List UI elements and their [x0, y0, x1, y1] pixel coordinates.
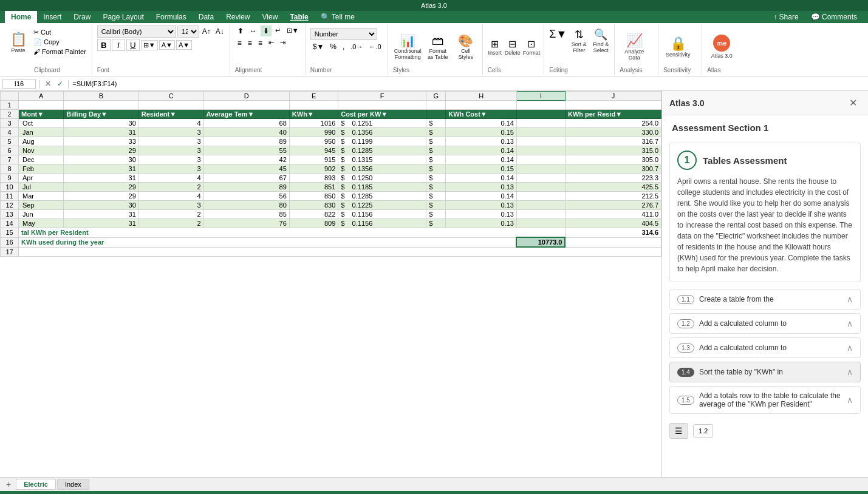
cell-c[interactable]: 3	[138, 128, 203, 137]
cell-c1[interactable]	[138, 101, 203, 110]
task-item[interactable]: 1.1 Create a table from the ∧	[669, 289, 861, 310]
cell-d[interactable]: 68	[203, 119, 289, 128]
cell-g[interactable]: $	[426, 192, 446, 201]
cell-d[interactable]: 85	[203, 210, 289, 219]
cell-g[interactable]: $	[426, 155, 446, 164]
sheet-tab-electric[interactable]: Electric	[16, 479, 56, 490]
sheet-tab-index[interactable]: Index	[57, 479, 89, 490]
cell-e[interactable]: 822	[289, 210, 338, 219]
cell-i[interactable]	[516, 119, 565, 128]
fill-color-button[interactable]: A▼	[159, 40, 175, 50]
cell-b[interactable]: 31	[64, 164, 139, 174]
cell-a[interactable]: Feb	[19, 164, 64, 174]
panel-close-button[interactable]: ✕	[846, 96, 861, 110]
row-header[interactable]: 14	[1, 219, 19, 228]
cell-a16[interactable]: KWh used during the year	[19, 237, 517, 247]
col-header-j[interactable]: J	[565, 92, 661, 101]
cell-a[interactable]: Apr	[19, 174, 64, 183]
formula-confirm-button[interactable]: ✓	[55, 80, 65, 88]
cell-e[interactable]: 902	[289, 164, 338, 174]
cell-a1[interactable]	[19, 101, 64, 110]
increase-decimal-button[interactable]: ←.0	[367, 42, 384, 52]
cell-f[interactable]: $ 0.1250	[338, 174, 426, 183]
cell-i[interactable]	[516, 164, 565, 174]
row-header[interactable]: 5	[1, 137, 19, 146]
delete-button[interactable]: ⊟ Delete	[505, 38, 521, 56]
cell-h[interactable]: 0.15	[446, 164, 517, 174]
cell-c[interactable]: 2	[138, 210, 203, 219]
align-bottom-button[interactable]: ⬇	[261, 25, 272, 36]
border-button[interactable]: ⊞▼	[141, 40, 158, 50]
cell-g[interactable]: $	[426, 219, 446, 228]
cell-e1[interactable]	[289, 101, 338, 110]
cell-d[interactable]: 55	[203, 146, 289, 155]
cell-f[interactable]: $ 0.1251	[338, 119, 426, 128]
cell-h[interactable]: 0.15	[446, 128, 517, 137]
cell-b1[interactable]	[64, 101, 139, 110]
row-header[interactable]: 13	[1, 210, 19, 219]
tab-home[interactable]: Home	[5, 11, 37, 23]
cell-h[interactable]: 0.13	[446, 219, 517, 228]
cell-b[interactable]: 30	[64, 155, 139, 164]
cell-c[interactable]: 4	[138, 174, 203, 183]
cell-j[interactable]: 212.5	[565, 192, 661, 201]
col-header-b[interactable]: B	[64, 92, 139, 101]
align-top-button[interactable]: ⬆	[235, 25, 246, 36]
merge-button[interactable]: ⊡▼	[284, 25, 301, 36]
cell-e[interactable]: 850	[289, 192, 338, 201]
cell-i[interactable]	[516, 192, 565, 201]
cell-f[interactable]: $ 0.1185	[338, 183, 426, 192]
task-item-active[interactable]: 1.4 Sort the table by "KWh" in ∧	[669, 362, 861, 382]
cell-j16[interactable]	[565, 237, 661, 247]
task-item[interactable]: 1.2 Add a calculated column to ∧	[669, 313, 861, 334]
comments-button[interactable]: 💬 Comments	[805, 11, 863, 23]
cell-f[interactable]: $ 0.1285	[338, 146, 426, 155]
cell-f2[interactable]: Cost per KW▼	[338, 110, 426, 119]
cell-i[interactable]	[516, 210, 565, 219]
cell-d[interactable]: 40	[203, 128, 289, 137]
col-header-h[interactable]: H	[446, 92, 517, 101]
cell-a[interactable]: Nov	[19, 146, 64, 155]
cell-b[interactable]: 33	[64, 137, 139, 146]
cell-f[interactable]: $ 0.1356	[338, 128, 426, 137]
cell-e[interactable]: 915	[289, 155, 338, 164]
cell-d[interactable]: 67	[203, 174, 289, 183]
cell-j1[interactable]	[565, 101, 661, 110]
cut-button[interactable]: ✂ Cut	[32, 28, 88, 37]
cell-a[interactable]: Aug	[19, 137, 64, 146]
cell-d[interactable]: 89	[203, 137, 289, 146]
cell-j[interactable]: 300.7	[565, 164, 661, 174]
col-header-f[interactable]: F	[338, 92, 426, 101]
col-header-a[interactable]: A	[19, 92, 64, 101]
align-left-button[interactable]: ≡	[235, 38, 244, 49]
cell-d2[interactable]: Average Tem▼	[203, 110, 289, 119]
cell-h2[interactable]: KWh Cost▼	[446, 110, 517, 119]
cell-i[interactable]	[516, 183, 565, 192]
list-view-button[interactable]: ☰	[669, 423, 688, 439]
task-item[interactable]: 1.3 Add a calculated column to ∧	[669, 337, 861, 358]
cell-c[interactable]: 2	[138, 183, 203, 192]
cell-b[interactable]: 30	[64, 119, 139, 128]
tab-formulas[interactable]: Formulas	[150, 11, 193, 23]
format-button[interactable]: ⊡ Format	[523, 38, 541, 56]
cell-e[interactable]: 893	[289, 174, 338, 183]
cell-e[interactable]: 830	[289, 201, 338, 210]
italic-button[interactable]: I	[112, 39, 125, 51]
row-header[interactable]: 3	[1, 119, 19, 128]
percent-button[interactable]: %	[327, 41, 339, 52]
cell-h[interactable]: 0.13	[446, 137, 517, 146]
cell-i[interactable]	[516, 174, 565, 183]
cell-b2[interactable]: Billing Day▼	[64, 110, 139, 119]
col-header-g[interactable]: G	[426, 92, 446, 101]
cell-i[interactable]	[516, 201, 565, 210]
cell-reference-input[interactable]: I16	[2, 79, 36, 89]
row-header[interactable]: 7	[1, 155, 19, 164]
cell-b[interactable]: 30	[64, 201, 139, 210]
cell-b[interactable]: 29	[64, 192, 139, 201]
cell-c[interactable]: 3	[138, 146, 203, 155]
paste-button[interactable]: 📋 Paste	[6, 28, 30, 57]
cell-d[interactable]: 45	[203, 164, 289, 174]
cell-g[interactable]: $	[426, 128, 446, 137]
cell-h[interactable]: 0.14	[446, 119, 517, 128]
tab-review[interactable]: Review	[220, 11, 256, 23]
